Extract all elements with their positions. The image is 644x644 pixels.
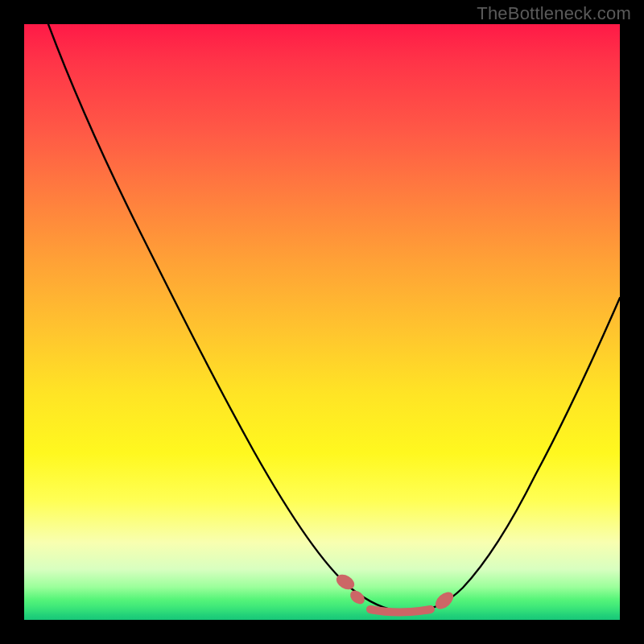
plot-area: [24, 24, 620, 620]
valley-marker-right: [432, 588, 456, 612]
chart-frame: TheBottleneck.com: [0, 0, 644, 644]
watermark-label: TheBottleneck.com: [477, 3, 631, 24]
optimal-flat-region: [370, 609, 431, 613]
curve-overlay: [24, 24, 620, 620]
bottleneck-curve: [48, 24, 620, 612]
